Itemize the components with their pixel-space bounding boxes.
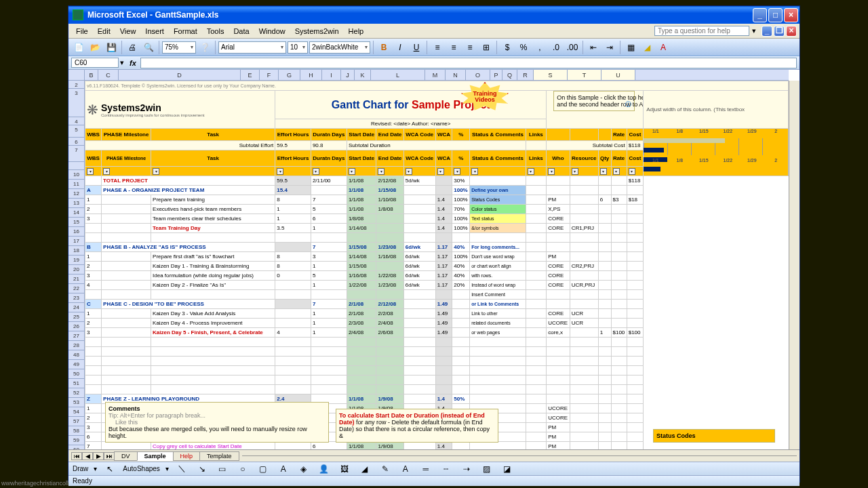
table-row[interactable]: 2Kaizen Day 1 - Training & Brainstorming… xyxy=(85,262,789,271)
row-header[interactable]: 28 xyxy=(68,341,84,350)
borders-icon[interactable]: ▦ xyxy=(623,40,638,55)
col-header[interactable]: I xyxy=(322,70,341,80)
row-header[interactable]: 59 xyxy=(68,436,84,445)
table-row[interactable]: 2Executives hand-pick team members151/1/… xyxy=(85,205,789,214)
font-color-draw-icon[interactable]: A xyxy=(398,462,413,476)
info-icon[interactable]: ⓘ xyxy=(625,100,631,109)
table-row[interactable] xyxy=(85,347,789,357)
col-header[interactable]: L xyxy=(371,70,425,80)
merge-icon[interactable]: ⊞ xyxy=(479,40,494,55)
row-header[interactable]: 15 xyxy=(68,218,84,227)
dash-style-icon[interactable]: ┄ xyxy=(439,462,454,476)
align-center-icon[interactable]: ≡ xyxy=(446,40,461,55)
save-icon[interactable]: 💾 xyxy=(104,40,119,55)
print-preview-icon[interactable]: 🔍 xyxy=(141,40,156,55)
table-row[interactable]: APHASE A - ORGANIZE PROJECT TEAM15.41/1/… xyxy=(85,186,789,195)
tab-last-icon[interactable]: ⏭ xyxy=(104,452,115,460)
row-header[interactable]: 50 xyxy=(68,369,84,379)
vertical-scrollbar[interactable] xyxy=(789,81,800,449)
tab-prev-icon[interactable]: ◀ xyxy=(82,452,93,460)
decrease-decimal-icon[interactable]: .0 xyxy=(549,40,564,55)
sheet-tab-template[interactable]: Template xyxy=(199,451,239,461)
row-header[interactable]: 24 xyxy=(68,303,84,312)
row-header[interactable]: 57 xyxy=(68,417,84,426)
comma-icon[interactable]: , xyxy=(532,40,547,55)
col-header[interactable]: S xyxy=(534,70,568,80)
workbook-minimize-button[interactable]: _ xyxy=(762,26,772,37)
workbook-restore-button[interactable]: ❐ xyxy=(774,26,785,37)
col-header[interactable]: Q xyxy=(502,70,517,80)
table-row[interactable]: CPHASE C - DESIGN "TO BE" PROCESS72/1/08… xyxy=(85,300,789,309)
table-row[interactable]: 3Idea formulation (while doing regular j… xyxy=(85,271,789,281)
col-header[interactable]: H xyxy=(300,70,322,80)
menu-format[interactable]: Format xyxy=(169,26,202,37)
row-header[interactable]: 19 xyxy=(68,256,84,265)
row-header[interactable]: 12 xyxy=(68,189,84,199)
sheet-tab-dv[interactable]: DV xyxy=(114,451,138,461)
menu-systems2win[interactable]: Systems2win xyxy=(290,26,344,37)
col-header[interactable]: J xyxy=(341,70,355,80)
rectangle-icon[interactable]: ▭ xyxy=(215,462,230,476)
row-header[interactable]: 51 xyxy=(68,379,84,388)
close-button[interactable]: × xyxy=(784,8,798,22)
row-header[interactable]: 52 xyxy=(68,388,84,398)
print-icon[interactable]: 🖨 xyxy=(125,40,140,55)
table-row[interactable]: 4Kaizen Day 2 - Finalize "As Is"11/22/08… xyxy=(85,281,789,290)
row-header[interactable]: 18 xyxy=(68,246,84,256)
new-icon[interactable]: 📄 xyxy=(71,40,86,55)
row-header[interactable]: 11 xyxy=(68,180,84,189)
col-header[interactable]: B xyxy=(85,70,98,80)
menu-data[interactable]: Data xyxy=(229,26,254,37)
col-header[interactable]: E xyxy=(241,70,260,80)
name-box[interactable]: C60 xyxy=(71,58,119,68)
wordart-icon[interactable]: A xyxy=(276,462,291,476)
row-header[interactable]: 16 xyxy=(68,227,84,237)
increase-indent-icon[interactable]: ⇥ xyxy=(602,40,617,55)
col-header[interactable]: M xyxy=(425,70,446,80)
row-header[interactable]: 58 xyxy=(68,426,84,436)
sheet-tab-sample[interactable]: Sample xyxy=(137,451,174,461)
row-header[interactable]: 23 xyxy=(68,293,84,303)
row-header[interactable]: 27 xyxy=(68,331,84,341)
menu-view[interactable]: View xyxy=(115,26,141,37)
table-row[interactable] xyxy=(85,366,789,375)
currency-icon[interactable]: $ xyxy=(500,40,515,55)
col-header[interactable]: F xyxy=(260,70,279,80)
row-header[interactable]: 13 xyxy=(68,199,84,208)
table-row[interactable]: 2Kaizen Day 4 - Process Improvement12/3/… xyxy=(85,319,789,328)
menu-tools[interactable]: Tools xyxy=(202,26,229,37)
col-header[interactable]: D xyxy=(119,70,241,80)
table-row[interactable]: 3Kaizen Day 5 - Finish, Present, & Celeb… xyxy=(85,328,789,338)
menu-file[interactable]: File xyxy=(71,26,93,37)
help-icon[interactable]: ❔ xyxy=(197,40,212,55)
row-header[interactable]: 21 xyxy=(68,274,84,284)
align-right-icon[interactable]: ≡ xyxy=(462,40,477,55)
col-header[interactable]: N xyxy=(446,70,466,80)
row-header[interactable]: 22 xyxy=(68,284,84,293)
col-header[interactable]: O xyxy=(466,70,490,80)
underline-icon[interactable]: U xyxy=(409,40,424,55)
style-combo[interactable]: 2winBackWhite xyxy=(309,41,370,54)
align-left-icon[interactable]: ≡ xyxy=(430,40,445,55)
col-header[interactable]: P xyxy=(490,70,502,80)
table-row[interactable] xyxy=(85,375,789,385)
row-header[interactable]: 25 xyxy=(68,312,84,322)
table-row[interactable] xyxy=(85,233,789,243)
table-row[interactable]: 1Prepare team training871/1/081/10/081.4… xyxy=(85,195,789,205)
tab-first-icon[interactable]: ⏮ xyxy=(71,452,82,460)
row-header[interactable]: 26 xyxy=(68,322,84,331)
italic-icon[interactable]: I xyxy=(393,40,408,55)
col-header[interactable]: R xyxy=(517,70,534,80)
font-color-icon[interactable]: A xyxy=(656,40,671,55)
increase-decimal-icon[interactable]: .00 xyxy=(565,40,580,55)
textbox-icon[interactable]: ▢ xyxy=(256,462,271,476)
table-row[interactable]: BPHASE B - ANALYZE "AS IS" PROCESS71/15/… xyxy=(85,243,789,252)
table-row[interactable]: 7Copy grey cell to calculate Start Date6… xyxy=(85,442,789,450)
table-row[interactable] xyxy=(85,385,789,394)
table-row[interactable] xyxy=(85,357,789,366)
table-row[interactable]: Team Training Day3.511/14/081.4100%&/or … xyxy=(85,224,789,233)
bold-icon[interactable]: B xyxy=(376,40,391,55)
oval-icon[interactable]: ○ xyxy=(235,462,250,476)
table-row[interactable] xyxy=(85,338,789,347)
menu-window[interactable]: Window xyxy=(254,26,290,37)
